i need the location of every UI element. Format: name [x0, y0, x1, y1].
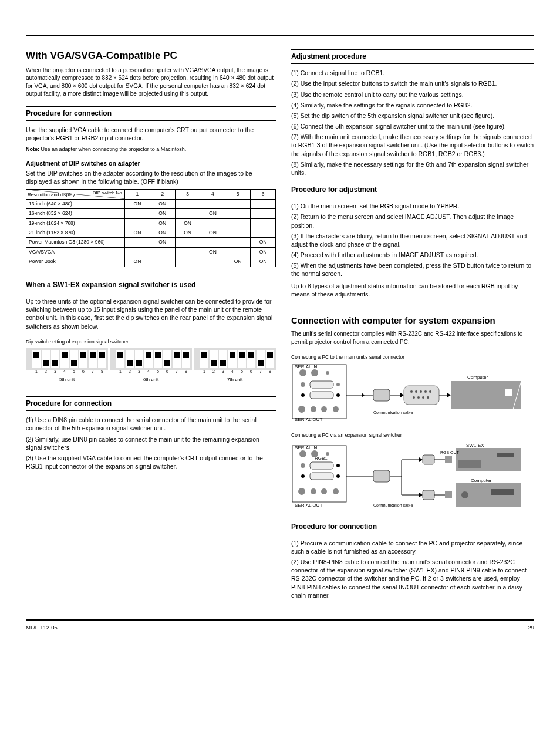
dip-cell: ON — [251, 247, 276, 257]
dip-cell — [175, 199, 200, 208]
connection-diagram-a: SERIAL IN SERIAL OUT Computer Communicat… — [291, 363, 526, 422]
dip-cell — [150, 247, 175, 257]
diagram-caption-a: Connecting a PC to the main unit's seria… — [291, 354, 534, 360]
dip-cell: ON — [150, 228, 175, 238]
svg-rect-37 — [310, 462, 333, 469]
dip-cell: ON — [150, 199, 175, 208]
proc-step: (8) Similarly, make the necessary settin… — [291, 160, 534, 177]
dip-cell — [175, 238, 200, 247]
dip-unit-label: 7th unit — [194, 377, 276, 383]
left-intro: When the projector is connected to a per… — [26, 66, 276, 98]
sec-title-connection-1: Procedure for connection — [26, 109, 276, 118]
rule — [26, 292, 276, 292]
dip-cell: ON — [175, 218, 200, 228]
rule — [291, 49, 534, 50]
svg-point-45 — [333, 488, 339, 494]
svg-point-12 — [311, 406, 316, 412]
dip-unit-label: 5th unit — [26, 377, 108, 383]
page-footer: ML/L-112-05 29 — [26, 619, 534, 631]
left-column: With VGA/SVGA-Compatible PC When the pro… — [26, 49, 276, 602]
svg-point-23 — [429, 390, 431, 393]
svg-point-11 — [298, 406, 305, 413]
svg-text:SERIAL OUT: SERIAL OUT — [295, 417, 322, 422]
svg-text:RGB OUT: RGB OUT — [440, 450, 460, 454]
right-column: Adjustment procedure (1) Connect a signa… — [291, 49, 534, 602]
svg-rect-6 — [310, 381, 333, 388]
svg-point-40 — [301, 474, 305, 478]
proc-step: (4) Similarly, make the settings for the… — [291, 101, 534, 109]
dip-unit: ↑12345678 — [194, 348, 276, 370]
svg-rect-29 — [505, 389, 512, 396]
dip-cell: ON — [200, 247, 225, 257]
svg-rect-58 — [445, 491, 452, 498]
proc-step: (6) Connect the 5th expansion signal swi… — [291, 122, 534, 130]
svg-point-44 — [321, 488, 327, 494]
rule — [291, 183, 534, 183]
svg-point-20 — [415, 390, 417, 393]
svg-point-43 — [311, 488, 316, 494]
svg-point-9 — [301, 393, 305, 397]
svg-rect-8 — [310, 392, 333, 399]
dip-cell — [125, 218, 150, 228]
dip-table-body: 13-inch (640 × 480)ONON16-inch (832 × 62… — [26, 199, 276, 267]
proc-step: (1) On the menu screen, set the RGB sign… — [291, 202, 534, 210]
svg-rect-50 — [423, 455, 434, 464]
svg-rect-54 — [497, 453, 514, 457]
svg-rect-17 — [373, 389, 390, 401]
dip-cell — [251, 228, 276, 238]
svg-rect-60 — [491, 489, 514, 495]
dip-col: 2 — [150, 190, 175, 199]
svg-point-10 — [336, 393, 340, 397]
dip-cell — [251, 199, 276, 208]
rule — [26, 410, 276, 411]
rule — [26, 120, 276, 121]
dip-cell: ON — [125, 228, 150, 238]
dip-unit: ↑12345678 — [110, 348, 192, 370]
svg-point-4 — [326, 371, 329, 375]
proc-text: Use the supplied VGA cable to connect th… — [26, 126, 276, 142]
dip-cell — [225, 228, 251, 238]
proc-step: (1) Use a DIN8 pin cable to connect the … — [26, 416, 276, 432]
rule — [291, 534, 534, 534]
rule — [26, 278, 276, 278]
proc-step: (1) Procure a communication cable to con… — [291, 539, 534, 555]
rule — [291, 520, 534, 520]
dip-cell: ON — [150, 218, 175, 228]
dip-cell: ON — [200, 228, 225, 238]
rule — [291, 197, 534, 197]
svg-text:Computer: Computer — [467, 375, 488, 380]
dip-switch-table: DIP switch No. Resolution and display 1 … — [26, 189, 276, 267]
proc-step: (4) Proceed with further adjustments in … — [291, 251, 534, 259]
svg-rect-39 — [310, 473, 333, 480]
dip-cell: ON — [150, 238, 175, 247]
proc-step: (3) Use the supplied VGA cable to connec… — [26, 454, 276, 470]
svg-point-5 — [301, 382, 305, 387]
dip-cell: ON — [225, 257, 251, 267]
sec-title-adj2: Procedure for adjustment — [291, 185, 534, 194]
dip-col: 5 — [225, 190, 251, 199]
svg-point-27 — [427, 396, 429, 399]
proc-step: (2) Use PIN8-PIN8 cable to connect the m… — [291, 558, 534, 599]
right-heading-expansion: Connection with computer for system expa… — [291, 315, 534, 326]
right-expansion-desc: The unit's serial connector complies wit… — [291, 330, 534, 346]
dip-cell — [125, 247, 150, 257]
rule — [26, 106, 276, 107]
dip-cell — [200, 199, 225, 208]
dip-cell: ON — [150, 209, 175, 218]
proc-step: (3) If the characters are blurry, return… — [291, 232, 534, 248]
svg-point-38 — [336, 464, 340, 467]
dip-col: 3 — [175, 190, 200, 199]
dip-col: 4 — [200, 190, 225, 199]
svg-text:RGB1: RGB1 — [315, 456, 328, 461]
svg-text:SERIAL IN: SERIAL IN — [295, 364, 318, 369]
svg-rect-18 — [404, 386, 439, 405]
proc-step: (5) When the adjustments have been compl… — [291, 261, 534, 278]
dip-caption: Dip switch setting of expansion signal s… — [26, 339, 276, 345]
dip-cell — [200, 218, 225, 228]
dip-col: 1 — [125, 190, 150, 199]
svg-point-61 — [461, 491, 468, 498]
svg-point-14 — [333, 406, 339, 412]
footer-left: ML/L-112-05 — [26, 624, 58, 631]
svg-point-42 — [298, 488, 305, 495]
sec-title-adj1: Adjustment procedure — [291, 52, 534, 61]
